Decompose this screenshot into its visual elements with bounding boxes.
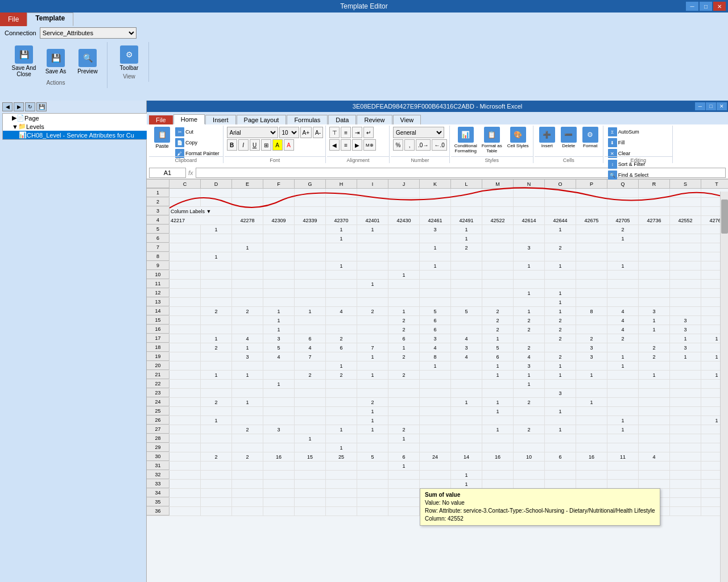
grid-cell[interactable] [514,225,545,234]
grid-cell[interactable] [420,471,451,479]
grid-cell[interactable]: 1 [639,371,670,379]
grid-cell[interactable] [388,280,420,288]
grid-cell[interactable] [670,198,701,206]
grid-cell[interactable] [263,398,295,406]
grid-cell[interactable] [388,407,420,415]
grid-cell[interactable] [326,471,357,479]
grid-cell[interactable]: 42614 [514,216,545,225]
grid-cell[interactable] [451,207,482,215]
outer-template-tab[interactable]: Template [27,13,73,26]
grid-cell[interactable] [420,480,451,488]
grid-cell[interactable]: 4 [420,343,451,352]
grid-cell[interactable] [295,271,326,279]
grid-cell[interactable] [482,198,514,206]
grid-cell[interactable] [482,280,514,288]
grid-cell[interactable]: 1 [545,361,576,370]
grid-cell[interactable] [295,425,326,434]
grid-cell[interactable] [639,407,670,415]
grid-cell[interactable]: 4 [232,334,263,343]
grid-cell[interactable] [451,289,482,297]
grid-cell[interactable] [482,261,514,270]
grid-cell[interactable] [451,316,482,325]
tree-item-page[interactable]: ▶ 📄 Page [3,114,147,122]
grid-cell[interactable] [263,243,295,252]
excel-file-tab[interactable]: File [149,115,173,124]
align-right-btn[interactable]: ▶ [352,139,362,151]
grid-cell[interactable] [357,207,388,215]
table-row[interactable]: 30221615255624141610616114254190 [147,452,728,462]
grid-cell[interactable] [514,462,545,470]
grid-cell[interactable] [576,234,607,243]
grid-cell[interactable] [357,198,388,206]
grid-cell[interactable] [169,189,201,197]
grid-cell[interactable] [670,452,701,461]
grid-cell[interactable]: 1 [607,234,639,243]
align-top-btn[interactable]: ⊤ [329,127,340,138]
border-button[interactable]: ⊞ [261,139,271,151]
grid-cell[interactable] [639,189,670,197]
grid-cell[interactable] [295,280,326,288]
grid-cell[interactable] [576,425,607,434]
grid-cell[interactable] [420,416,451,425]
grid-cell[interactable] [576,443,607,452]
underline-button[interactable]: U [250,139,260,151]
grid-cell[interactable] [388,207,420,215]
grid-cell[interactable] [670,425,701,434]
grid-cell[interactable] [232,189,263,197]
grid-cell[interactable] [576,325,607,334]
grid-cell[interactable] [670,225,701,234]
excel-minimize[interactable]: ─ [695,102,705,110]
table-row[interactable]: 3311 [147,480,728,489]
grid-cell[interactable] [201,380,232,388]
table-row[interactable]: 291 [147,443,728,452]
save-and-close-button[interactable]: 💾 Save And Close [9,44,39,78]
grid-cell[interactable]: 1 [232,343,263,352]
grid-cell[interactable]: 42370 [326,216,357,225]
grid-cell[interactable]: 42675 [576,216,607,225]
grid-cell[interactable] [201,198,232,206]
grid-cell[interactable] [169,334,201,343]
grid-cell[interactable]: 6 [420,316,451,325]
grid-cell[interactable] [388,189,420,197]
grid-cell[interactable] [420,252,451,261]
grid-cell[interactable]: 4 [514,352,545,361]
grid-cell[interactable] [169,307,201,315]
grid-cell[interactable]: 1 [357,225,388,234]
grid-cell[interactable] [263,261,295,270]
grid-cell[interactable] [295,261,326,270]
grid-cell[interactable] [451,371,482,379]
grid-cell[interactable]: 1 [420,361,451,370]
table-row[interactable]: 19347128464231211149 [147,352,728,361]
grid-cell[interactable] [201,352,232,361]
grid-cell[interactable] [545,434,576,443]
grid-cell[interactable]: 6 [420,325,451,334]
grid-cell[interactable] [232,225,263,234]
grid-cell[interactable] [639,334,670,343]
excel-insert-tab[interactable]: Insert [205,115,236,124]
grid-cell[interactable] [295,498,326,506]
grid-cell[interactable] [451,325,482,334]
grid-cell[interactable]: 1 [545,298,576,306]
grid-cell[interactable] [545,234,576,243]
grid-cell[interactable] [263,280,295,288]
grid-cell[interactable] [263,252,295,261]
table-row[interactable]: 12112 [147,289,728,298]
grid-cell[interactable]: 1 [232,243,263,252]
table-row[interactable]: 2333 [147,389,728,398]
fill-button[interactable]: ⬇ Fill [607,138,626,148]
excel-review-tab[interactable]: Review [357,115,392,124]
grid-cell[interactable] [263,507,295,516]
grid-cell[interactable] [388,198,420,206]
grid-cell[interactable] [169,325,201,334]
table-row[interactable]: 3211 [147,471,728,480]
grid-cell[interactable] [232,498,263,506]
grid-cell[interactable] [607,343,639,352]
grid-cell[interactable] [420,280,451,288]
grid-cell[interactable] [232,443,263,452]
grid-cell[interactable]: 4 [326,307,357,315]
grid-cell[interactable]: 2 [357,398,388,406]
grid-cell[interactable] [545,471,576,479]
grid-cell[interactable] [169,271,201,279]
delete-button[interactable]: ➖ Delete [559,127,579,148]
grid-cell[interactable] [169,234,201,243]
